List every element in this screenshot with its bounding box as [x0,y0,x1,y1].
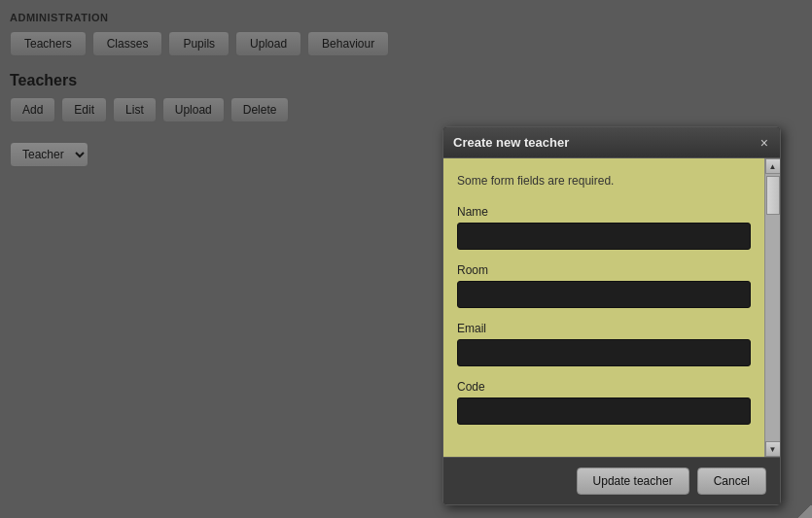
resize-handle[interactable] [798,504,812,518]
update-teacher-button[interactable]: Update teacher [577,467,689,495]
modal-footer: Update teacher Cancel [443,457,780,504]
error-message: Some form fields are required. [457,170,751,191]
form-group-room: Room [457,263,751,308]
input-name[interactable] [457,223,751,250]
input-code[interactable] [457,397,751,425]
scrollbar-thumb[interactable] [766,176,780,215]
cancel-button[interactable]: Cancel [697,467,766,495]
modal-dialog: Create new teacher × Some form fields ar… [442,126,781,505]
label-name: Name [457,205,751,219]
modal-body: Some form fields are required. NameRoomE… [443,158,764,457]
modal-title: Create new teacher [453,135,569,150]
modal-scrollbar: ▲ ▼ [764,158,780,457]
modal-body-wrap: Some form fields are required. NameRoomE… [443,158,780,457]
label-email: Email [457,322,751,335]
form-group-code: Code [457,380,751,425]
modal-close-button[interactable]: × [759,136,770,150]
scrollbar-track [765,174,780,441]
modal-header: Create new teacher × [443,127,780,158]
form-group-email: Email [457,322,751,366]
form-group-name: Name [457,205,751,250]
input-email[interactable] [457,339,751,366]
input-room[interactable] [457,281,751,308]
scroll-down-button[interactable]: ▼ [765,441,781,457]
scroll-up-button[interactable]: ▲ [765,158,781,174]
label-code: Code [457,380,751,394]
label-room: Room [457,263,751,277]
